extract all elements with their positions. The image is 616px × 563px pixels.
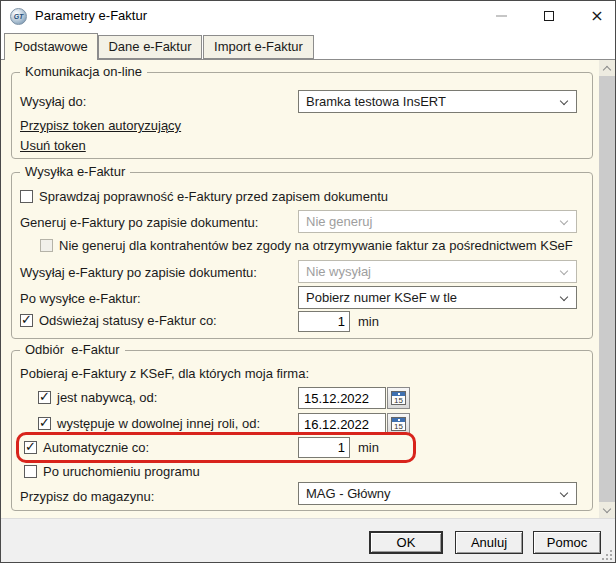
nabywca-calendar-button[interactable]: 15 [387,387,410,409]
calendar-icon: 15 [391,417,406,431]
resize-grip-icon[interactable] [602,550,612,560]
checkbox[interactable] [24,465,37,478]
combobox-value: Bramka testowa InsERT [306,94,446,109]
po-wysylce-combobox[interactable]: Pobierz numer KSeF w tle [298,286,577,309]
wysylaj-po-zapisie-combobox: Nie wysyłaj [298,260,577,283]
checkbox-label[interactable]: jest nabywcą, od: [57,390,157,405]
checkbox-jest-nabywca[interactable]: ✓ jest nabywcą, od: [38,390,157,405]
ok-button[interactable]: OK [369,531,443,554]
dialog-parametry-e-faktur: GT Parametry e-Faktur × Dane e-Faktur Im… [0,0,616,563]
wysylaj-po-zapisie-label: Wysyłaj e-Faktury po zapisie dokumentu: [20,265,257,280]
title-bar: GT Parametry e-Faktur × [1,1,615,31]
automatycznie-unit-label: min [358,440,379,455]
tab-podstawowe[interactable]: Podstawowe [4,33,98,60]
combobox-value: Nie generuj [306,214,373,229]
checkbox[interactable]: ✓ [38,417,51,430]
checkbox-sprawdzaj-poprawnosc[interactable]: Sprawdzaj poprawność e-Faktury przed zap… [20,189,388,204]
checkbox[interactable]: ✓ [38,391,51,404]
chevron-up-icon [603,65,611,73]
checkbox-label[interactable]: występuje w dowolnej innej roli, od: [57,416,260,431]
window-title: Parametry e-Faktur [35,8,147,23]
checkbox-label[interactable]: Odświeżaj statusy e-Faktur co: [39,313,217,328]
combobox-value: Nie wysyłaj [306,264,371,279]
combobox-value: Pobierz numer KSeF w tle [306,290,457,305]
tab-content-podstawowe: Komunikacja on-line Wysyłaj do: Bramka t… [1,59,616,518]
tab-import-e-faktur[interactable]: Import e-Faktur [203,35,314,59]
group-wysylka-e-faktur: Wysyłka e-Faktur Sprawdzaj poprawność e-… [11,172,593,339]
chevron-down-icon [560,293,568,301]
group-komunikacja-on-line: Komunikacja on-line Wysyłaj do: Bramka t… [11,72,593,159]
group-odbior-e-faktur: Odbiór e-Faktur Pobieraj e-Faktury z KSe… [11,350,593,511]
nabywca-date-input[interactable] [298,387,386,409]
check-icon: ✓ [21,312,32,327]
checkbox [40,239,53,252]
insert-gt-logo-icon: GT [10,8,27,25]
close-button[interactable]: × [577,1,616,31]
checkbox-nie-generuj-dla-kontrahentow: Nie generuj dla kontrahentów bez zgody n… [40,238,573,253]
checkbox[interactable]: ✓ [24,441,37,454]
button-bar: OK Anuluj Pomoc [1,518,615,563]
magazyn-combobox[interactable]: MAG - Główny [298,482,577,505]
check-icon: ✓ [39,415,50,430]
checkbox-label[interactable]: Automatycznie co: [43,440,149,455]
checkbox[interactable] [20,190,33,203]
vertical-scrollbar[interactable] [599,60,615,518]
checkbox[interactable]: ✓ [20,314,33,327]
odswiezaj-unit-label: min [358,314,379,329]
minimize-icon [496,15,507,17]
magazyn-label: Przypisz do magazynu: [20,489,154,504]
pomoc-button[interactable]: Pomoc [533,531,601,554]
pobieraj-label: Pobieraj e-Faktury z KSeF, dla których m… [20,366,309,381]
maximize-button[interactable] [529,1,569,31]
checkbox-label: Nie generuj dla kontrahentów bez zgody n… [59,238,573,253]
chevron-down-icon [560,267,568,275]
generuj-combobox: Nie generuj [298,210,577,233]
close-icon: × [590,8,603,24]
calendar-icon: 15 [391,391,406,405]
check-icon: ✓ [25,439,36,454]
chevron-down-icon [560,97,568,105]
group-title: Odbiór e-Faktur [20,342,125,357]
chevron-down-icon [560,489,568,497]
tab-dane-e-faktur[interactable]: Dane e-Faktur [98,35,202,59]
checkbox-label[interactable]: Po uruchomieniu programu [43,464,200,479]
minimize-button [481,1,521,31]
check-icon: ✓ [39,389,50,404]
automatycznie-interval-input[interactable] [298,437,350,458]
checkbox-wystepuje-w-innej-roli[interactable]: ✓ występuje w dowolnej innej roli, od: [38,416,260,431]
group-title: Wysyłka e-Faktur [20,164,130,179]
usun-token-link[interactable]: Usuń token [20,138,86,153]
scrollbar-up-button[interactable] [599,60,615,76]
przypisz-token-link[interactable]: Przypisz token autoryzujący [20,118,181,133]
checkbox-odswiezaj-statusy[interactable]: ✓ Odświeżaj statusy e-Faktur co: [20,313,217,328]
po-wysylce-label: Po wysyłce e-Faktur: [20,291,141,306]
checkbox-automatycznie-co[interactable]: ✓ Automatycznie co: [24,440,149,455]
checkbox-po-uruchomieniu[interactable]: Po uruchomieniu programu [24,464,200,479]
wysylaj-do-label: Wysyłaj do: [20,94,86,109]
chevron-down-icon [560,217,568,225]
inna-rola-calendar-button[interactable]: 15 [387,413,410,435]
wysylaj-do-combobox[interactable]: Bramka testowa InsERT [298,90,577,113]
odswiezaj-interval-input[interactable] [298,311,350,332]
chevron-down-icon [603,504,611,512]
tab-strip: Dane e-Faktur Import e-Faktur Podstawowe [1,31,615,59]
checkbox-label[interactable]: Sprawdzaj poprawność e-Faktury przed zap… [39,189,388,204]
maximize-icon [544,11,554,21]
anuluj-button[interactable]: Anuluj [455,531,523,554]
group-title: Komunikacja on-line [20,64,147,79]
scrollbar-down-button[interactable] [599,502,615,518]
generuj-label: Generuj e-Faktury po zapisie dokumentu: [20,215,258,230]
combobox-value: MAG - Główny [306,486,391,501]
inna-rola-date-input[interactable] [298,413,386,435]
